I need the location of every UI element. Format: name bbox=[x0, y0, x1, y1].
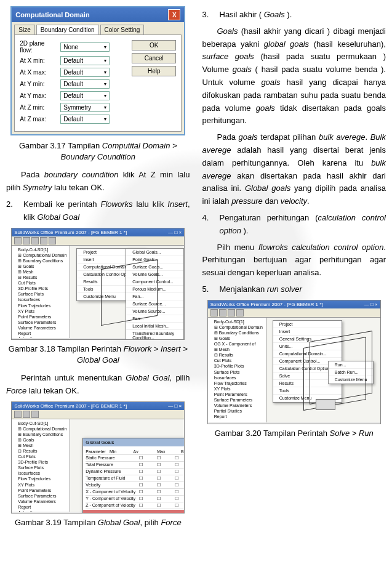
tree-item: Flow Trajectories bbox=[13, 303, 68, 308]
text: . bbox=[307, 196, 310, 206]
text-italic: surface goals bbox=[202, 52, 254, 61]
tab-size[interactable]: Size bbox=[14, 25, 34, 34]
text: (hasil keseluruhan), bbox=[309, 39, 386, 49]
dropdown-value: Symmetry bbox=[63, 104, 91, 111]
text-italic: global goals bbox=[264, 39, 309, 49]
list-item-3: 3. Hasil akhir ( Goals ). bbox=[202, 9, 386, 22]
text-italic: Insert bbox=[167, 199, 188, 209]
text-italic: Global Goal bbox=[126, 373, 169, 382]
caption-text: Gambar 3.19 Tampilan bbox=[15, 518, 98, 527]
tree-item: Surface Parameters bbox=[13, 320, 68, 325]
wireframe-cube bbox=[101, 259, 158, 325]
field-2d-plane: 2D plane flow: None▾ bbox=[20, 40, 126, 54]
text: lalu klik bbox=[133, 199, 168, 209]
left-column: Computational Domain X Size Boundary Con… bbox=[6, 6, 190, 534]
toolbar-icon bbox=[23, 411, 30, 418]
ss-toolbar bbox=[12, 236, 184, 246]
text-italic: goals bbox=[239, 132, 258, 142]
table-header: Bulk Av bbox=[181, 449, 185, 454]
feature-tree: Body-Cut-SD[1]⊞ Computational Domain⊞ Bo… bbox=[12, 246, 70, 338]
table-row: Velocity☐☐☐☐☐ bbox=[86, 482, 185, 489]
chevron-down-icon: ▾ bbox=[104, 81, 106, 87]
text: ). bbox=[241, 226, 249, 235]
text-italic: Symetry bbox=[23, 183, 52, 192]
text: Pilh menu bbox=[217, 243, 258, 252]
toolbar-icon bbox=[49, 237, 56, 244]
caption-italic: Force bbox=[161, 518, 181, 527]
tree-item: ⊞ Computational Domain bbox=[13, 426, 68, 432]
dropdown-value: Default bbox=[63, 116, 83, 123]
tree-item: Report bbox=[209, 414, 265, 419]
tab-boundary[interactable]: Boundary Condition bbox=[36, 25, 99, 34]
cancel-button[interactable]: Cancel bbox=[132, 53, 176, 63]
menu-item: Insert bbox=[273, 328, 342, 336]
dropdown-zmax[interactable]: Default▾ bbox=[60, 115, 110, 124]
dialog-fields: 2D plane flow: None▾ At X min: Default▾ … bbox=[20, 40, 126, 126]
caption-text: , pilih bbox=[140, 518, 161, 527]
list-number: 2. bbox=[6, 198, 16, 224]
text: Pada bbox=[21, 170, 44, 179]
tree-item: Cut Plots bbox=[13, 454, 68, 459]
tree-item: ⊞ Mesh bbox=[13, 269, 68, 275]
tree-item: Surface Plots bbox=[209, 369, 265, 375]
caption-text: Gambar 3.20 Tampilan Perintah bbox=[215, 429, 330, 438]
caption-italic: Global Goal bbox=[98, 518, 140, 527]
toolbar-icon bbox=[31, 237, 39, 244]
text-italic: velocity bbox=[281, 196, 307, 206]
text: . bbox=[365, 132, 370, 142]
toolbar-icon bbox=[210, 309, 218, 316]
list-item-2: 2. Kembali ke perintah Floworks lalu kli… bbox=[6, 198, 190, 224]
dropdown-xmin[interactable]: Default▾ bbox=[60, 56, 110, 65]
ss-titlebar: SolidWorks Office Premium 2007 - [FG BEM… bbox=[12, 402, 184, 410]
tree-item: Point Parameters bbox=[13, 488, 68, 493]
tree-item: XY Plots bbox=[209, 386, 265, 392]
dropdown-value: Default bbox=[63, 69, 83, 76]
text: Pada bbox=[217, 132, 239, 142]
caption-text: Gambar 3.17 Tampilan bbox=[19, 141, 102, 150]
menu-item: Local Initial Mesh... bbox=[126, 323, 183, 330]
dropdown-value: Default bbox=[63, 81, 83, 87]
tree-item: Body-Cut-SD[1] bbox=[13, 247, 68, 252]
ok-button[interactable]: OK bbox=[132, 40, 176, 50]
table-row: Static Pressure☐☐☐☐☐ bbox=[86, 455, 185, 462]
close-icon[interactable]: X bbox=[168, 9, 180, 20]
table-row: Total Pressure☐☐☐☐☐ bbox=[86, 462, 185, 469]
help-button[interactable]: Help bbox=[132, 66, 176, 76]
table-row: X - Component of Velocity☐☐☐☐☐ bbox=[86, 489, 185, 496]
text: lalu tekan OK. bbox=[26, 386, 79, 395]
dropdown-ymin[interactable]: Default▾ bbox=[60, 79, 110, 89]
field-label: At X max: bbox=[20, 69, 57, 76]
tab-color[interactable]: Color Setting bbox=[100, 25, 145, 34]
toolbar-icon bbox=[31, 411, 39, 418]
field-zmin: At Z min: Symmetry▾ bbox=[20, 103, 126, 112]
list-number: 5. bbox=[202, 283, 212, 296]
screenshot-flowork-insert: SolidWorks Office Premium 2007 - [FG BEM… bbox=[11, 228, 185, 340]
window-controls-icon: — □ × bbox=[168, 230, 182, 235]
menu-item: Transferred Boundary Condition... bbox=[126, 330, 183, 340]
tree-item: ⊞ Boundary Conditions bbox=[13, 258, 68, 264]
table-header: Parameter bbox=[86, 449, 110, 454]
dropdown-2d[interactable]: None▾ bbox=[60, 42, 110, 52]
toolbar-icon bbox=[228, 309, 235, 316]
tree-item: Point Parameters bbox=[209, 392, 265, 397]
dialog-title-text: Computational Domain bbox=[15, 11, 89, 18]
dropdown-xmax[interactable]: Default▾ bbox=[60, 68, 110, 77]
tree-item: Report bbox=[13, 504, 68, 510]
caption-3-20: Gambar 3.20 Tampilan Perintah Solve > Ru… bbox=[202, 428, 386, 439]
toolbar-icon bbox=[23, 237, 30, 244]
field-label: At Z min: bbox=[20, 104, 57, 111]
tree-item: Flow Trajectories bbox=[13, 476, 68, 481]
paragraph-bulk-average: Pada goals terdapat pilihan bulk averege… bbox=[202, 131, 386, 208]
field-ymin: At Y min: Default▾ bbox=[20, 79, 126, 89]
tree-item: Surface Parameters bbox=[209, 397, 265, 403]
chevron-down-icon: ▾ bbox=[104, 93, 106, 99]
list-number: 4. bbox=[202, 212, 212, 238]
tree-item: Surface Parameters bbox=[13, 493, 68, 499]
dialog-tabs: Size Boundary Condition Color Setting bbox=[12, 22, 184, 34]
chevron-down-icon: ▾ bbox=[104, 58, 106, 63]
dropdown-ymax[interactable]: Default▾ bbox=[60, 91, 110, 100]
dropdown-zmin[interactable]: Symmetry▾ bbox=[60, 103, 110, 112]
caption-3-19: Gambar 3.19 Tampilan Global Goal, pilih … bbox=[6, 517, 190, 528]
table-row: Dynamic Pressure☐☐☐☐☐ bbox=[86, 469, 185, 475]
global-goals-dialog: Global Goals ParameterMinAvMaxBulk AvUse… bbox=[82, 438, 185, 513]
